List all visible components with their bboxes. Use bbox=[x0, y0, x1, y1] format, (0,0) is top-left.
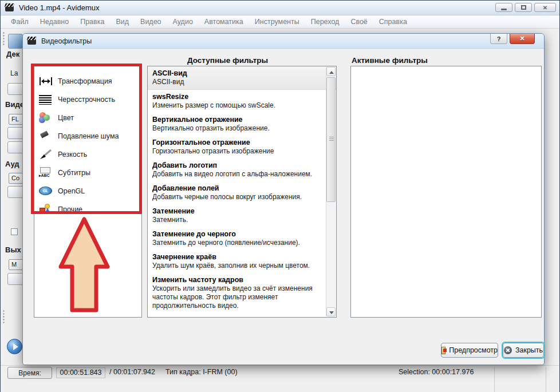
scrollbar-grip-icon bbox=[329, 137, 334, 141]
section-output-label: Вых bbox=[5, 246, 21, 254]
frame-type-label: Тип кадра: I-FRM (00) bbox=[165, 368, 238, 376]
category-noise[interactable]: Подавление шума bbox=[34, 127, 141, 145]
menu-tools[interactable]: Инструменты bbox=[249, 18, 305, 26]
dialog-clapperboard-icon bbox=[27, 37, 37, 45]
category-interlacing[interactable]: Чересстрочность bbox=[34, 90, 141, 109]
minimize-button[interactable] bbox=[495, 3, 512, 12]
dialog-help-button[interactable]: ? bbox=[490, 34, 507, 44]
transform-icon bbox=[39, 76, 53, 87]
statusbar-separator bbox=[546, 367, 546, 392]
close-circle-icon bbox=[504, 346, 512, 354]
video-config-button[interactable] bbox=[7, 127, 23, 139]
category-sharpness[interactable]: Резкость bbox=[34, 145, 141, 164]
filter-row-borders[interactable]: Добавление полей Добавить черные полосы … bbox=[148, 181, 336, 204]
section-audio-label: Ауд bbox=[5, 160, 19, 168]
filter-row-blackenborders[interactable]: Зачернение краёв Удалить шум краёв, запо… bbox=[148, 250, 336, 273]
video-filters-dialog: Видеофильтры ? ✕ Доступные фильтры Актив… bbox=[22, 33, 545, 365]
avidemux-clapperboard-icon bbox=[5, 3, 14, 12]
decoder-value-label: La bbox=[10, 69, 18, 77]
interlace-icon bbox=[39, 94, 53, 105]
time-label-button[interactable]: Время: bbox=[7, 367, 52, 379]
selection-label: Selection: 00:00:17.976 bbox=[399, 368, 474, 376]
avidemux-main-window: Video 1.mp4 - Avidemux ✕ Файл Недавно Пр… bbox=[0, 0, 560, 392]
audio-codec-select[interactable]: Co bbox=[9, 173, 23, 184]
toolbar-grip bbox=[2, 31, 5, 46]
preview-image-icon bbox=[441, 347, 445, 354]
shapes-icon bbox=[39, 204, 53, 215]
decoder-config-button[interactable] bbox=[7, 83, 23, 95]
video-filters-button[interactable] bbox=[7, 141, 23, 153]
preview-button[interactable]: Предпросмотр bbox=[441, 343, 498, 358]
category-subtitles[interactable]: ▸ABC Субтитры bbox=[34, 164, 141, 182]
filter-row-fadetoblack[interactable]: Затемнение до черного Затемнить до черно… bbox=[148, 227, 336, 250]
total-time-value: / 00:01:07.942 bbox=[109, 368, 155, 376]
audio-config-button[interactable] bbox=[7, 186, 23, 198]
category-opengl[interactable]: GL OpenGL bbox=[34, 182, 141, 200]
filter-row-vflip[interactable]: Вертикальное отражение Вертикально отраз… bbox=[148, 113, 336, 136]
play-button[interactable] bbox=[7, 339, 22, 354]
statusbar-separator bbox=[494, 367, 495, 392]
filters-scrollbar[interactable] bbox=[326, 67, 336, 316]
current-time-value: 00:00:51.843 bbox=[56, 367, 105, 378]
window-title: Video 1.mp4 - Avidemux bbox=[19, 3, 99, 12]
arrow-down-icon bbox=[329, 311, 334, 314]
muxer-select[interactable]: M bbox=[9, 259, 23, 270]
category-misc[interactable]: Прочие bbox=[34, 200, 141, 219]
filter-row-changefps[interactable]: Изменить частоту кадров Ускорить или зам… bbox=[148, 273, 336, 313]
scroll-down-button[interactable] bbox=[326, 307, 336, 316]
category-transform[interactable]: Трансформация bbox=[34, 72, 141, 90]
menu-go[interactable]: Переход bbox=[305, 18, 345, 26]
eraser-icon bbox=[39, 130, 53, 142]
category-color[interactable]: Цвет bbox=[34, 109, 141, 127]
dialog-titlebar[interactable]: Видеофильтры ? ✕ bbox=[23, 34, 544, 49]
available-filters-list: ASCII-вид ASCII-вид swsResize Изменить р… bbox=[147, 66, 337, 318]
open-file-icon[interactable] bbox=[8, 34, 23, 49]
statusbar: Время: 00:00:51.843 / 00:01:07.942 Тип к… bbox=[1, 365, 559, 392]
maximize-button[interactable] bbox=[515, 3, 532, 12]
maximize-icon bbox=[521, 5, 526, 10]
active-filters-header: Активные фильтры bbox=[352, 56, 428, 65]
main-titlebar: Video 1.mp4 - Avidemux ✕ bbox=[1, 1, 559, 15]
arrow-up-icon bbox=[329, 71, 334, 74]
brush-icon bbox=[39, 149, 53, 160]
color-balls-icon bbox=[39, 112, 53, 124]
menu-audio[interactable]: Аудио bbox=[167, 18, 199, 26]
available-filters-header: Доступные фильтры bbox=[187, 56, 268, 65]
opengl-icon: GL bbox=[39, 185, 53, 197]
filter-row-fade[interactable]: Затемнение Затемнить. bbox=[148, 204, 336, 227]
menu-recent[interactable]: Недавно bbox=[34, 18, 74, 26]
menu-edit[interactable]: Правка bbox=[74, 18, 110, 26]
menu-custom[interactable]: Своё bbox=[345, 18, 373, 26]
active-filters-list[interactable] bbox=[350, 66, 542, 318]
menu-view[interactable]: Вид bbox=[110, 18, 135, 26]
menu-video[interactable]: Видео bbox=[135, 18, 167, 26]
shift-audio-checkbox[interactable] bbox=[11, 228, 18, 235]
close-dialog-button[interactable]: Закрыть bbox=[503, 343, 544, 358]
dialog-close-button[interactable]: ✕ bbox=[510, 34, 535, 44]
filter-categories-list: Трансформация Чересстрочность Цвет Подав… bbox=[34, 66, 142, 318]
minimize-icon bbox=[501, 9, 507, 10]
scroll-up-button[interactable] bbox=[326, 67, 336, 76]
filter-row-hflip[interactable]: Горизонтальное отражение Горизонтально о… bbox=[148, 136, 336, 159]
section-video-label: Виде bbox=[5, 100, 24, 109]
filter-row-swsresize[interactable]: swsResize Изменить размер с помощью swSc… bbox=[148, 90, 336, 113]
subtitles-icon: ▸ABC bbox=[39, 167, 53, 179]
filter-row-ascii[interactable]: ASCII-вид ASCII-вид bbox=[148, 66, 336, 90]
toolbar-grip-bottom bbox=[2, 310, 5, 324]
menubar: Файл Недавно Правка Вид Видео Аудио Авто… bbox=[1, 15, 559, 29]
close-window-button[interactable]: ✕ bbox=[534, 3, 556, 12]
video-codec-select[interactable]: FL bbox=[9, 114, 23, 125]
dialog-title: Видеофильтры bbox=[41, 37, 92, 45]
filter-row-logo[interactable]: Добавить логотип Добавить на видео логот… bbox=[148, 159, 336, 181]
muxer-config-button[interactable] bbox=[7, 273, 23, 285]
menu-file[interactable]: Файл bbox=[5, 18, 34, 26]
menu-auto[interactable]: Автоматика bbox=[199, 18, 249, 26]
menu-help[interactable]: Справка bbox=[373, 18, 413, 26]
scrollbar-thumb[interactable] bbox=[326, 77, 336, 202]
section-decoder-label: Дек bbox=[6, 50, 19, 58]
